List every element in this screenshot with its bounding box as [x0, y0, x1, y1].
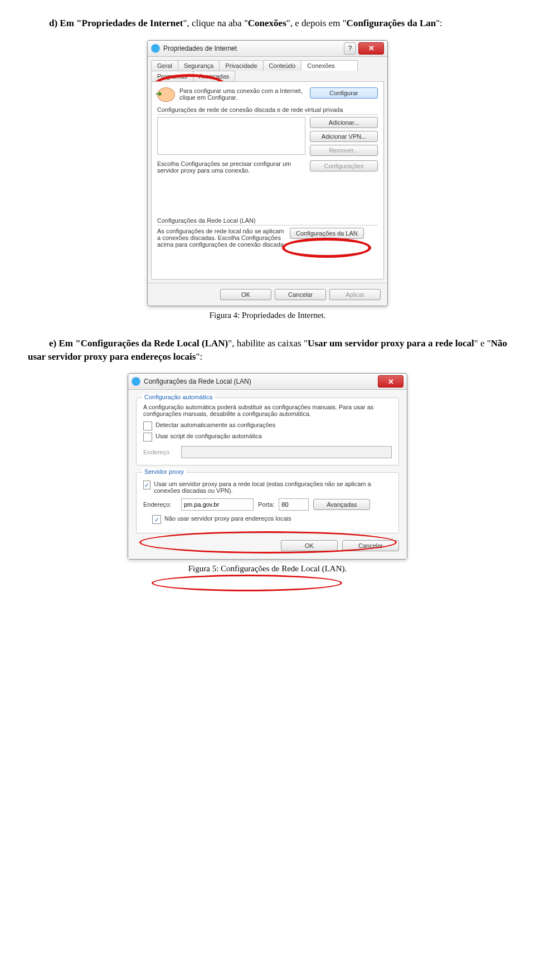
- configure-text: Para configurar uma conexão com a Intern…: [179, 87, 305, 101]
- proxy-address-input[interactable]: [181, 498, 254, 511]
- proxy-checkbox-label: Usar um servidor proxy para a rede local…: [154, 481, 392, 494]
- proxy-port-input[interactable]: [279, 498, 309, 511]
- remove-button[interactable]: Remover...: [310, 145, 378, 156]
- lan-settings-dialog: 🌐 Configurações da Rede Local (LAN) ✕ Co…: [128, 373, 407, 560]
- window-title: Configurações da Rede Local (LAN): [144, 378, 378, 385]
- globe-icon: 🌐: [132, 377, 140, 386]
- lan-note: As configurações de rede local não se ap…: [157, 228, 285, 248]
- highlight-bypass-checkbox: [152, 575, 342, 591]
- auto-config-group: Configuração automática A configuração a…: [136, 398, 399, 465]
- dialog-body: Configuração automática A configuração a…: [128, 390, 407, 559]
- proxy-port-label: Porta:: [258, 501, 274, 508]
- tab-strip: Geral Segurança Privacidade Conteúdo Con…: [148, 57, 387, 81]
- figure-5-caption: Figura 5: Configurações de Rede Local (L…: [28, 564, 507, 574]
- script-address-input: [181, 446, 392, 458]
- proxy-note: Escolha Configurações se precisar config…: [157, 160, 305, 174]
- advanced-button[interactable]: Avançadas: [313, 499, 370, 510]
- figure-4-caption: Figura 4: Propriedades de Internet.: [28, 311, 507, 320]
- settings-button[interactable]: Configurações: [310, 160, 378, 171]
- detect-checkbox-label: Detectar automaticamente as configuraçõe…: [155, 422, 275, 428]
- window-titlebar[interactable]: 🌐 Configurações da Rede Local (LAN) ✕: [128, 374, 407, 390]
- paragraph-e: e) Em "Configurações da Rede Local (LAN)…: [28, 337, 507, 364]
- proxy-group: Servidor proxy Usar um servidor proxy pa…: [136, 472, 399, 533]
- window-titlebar[interactable]: 🌐 Propriedades de Internet ? ✕: [148, 41, 387, 57]
- add-button[interactable]: Adicionar...: [310, 117, 378, 128]
- ok-button[interactable]: OK: [220, 289, 271, 300]
- lan-settings-button[interactable]: Configurações da LAN: [290, 228, 364, 239]
- bypass-checkbox-row[interactable]: Não usar servidor proxy para endereços l…: [152, 515, 392, 524]
- script-checkbox-row[interactable]: Usar script de configuração automática: [143, 433, 392, 442]
- proxy-address-label: Endereço:: [143, 501, 177, 508]
- internet-properties-dialog: 🌐 Propriedades de Internet ? ✕ Geral Seg…: [147, 40, 388, 306]
- apply-button[interactable]: Aplicar: [329, 289, 381, 300]
- bypass-checkbox-label: Não usar servidor proxy para endereços l…: [164, 515, 291, 522]
- figure-5: 🌐 Configurações da Rede Local (LAN) ✕ Co…: [28, 373, 507, 560]
- checkbox-icon[interactable]: [143, 422, 152, 430]
- close-button[interactable]: ✕: [378, 375, 403, 388]
- globe-arrow-icon: [157, 87, 175, 102]
- checkbox-icon[interactable]: [143, 433, 152, 442]
- connections-listbox[interactable]: [157, 117, 305, 155]
- proxy-legend: Servidor proxy: [142, 468, 186, 475]
- proxy-checkbox-row[interactable]: Usar um servidor proxy para a rede local…: [143, 481, 392, 494]
- tab-body: Para configurar uma conexão com a Intern…: [151, 81, 384, 280]
- checkbox-icon[interactable]: [152, 515, 161, 524]
- configure-button[interactable]: Configurar: [310, 87, 378, 99]
- tab-seguranca[interactable]: Segurança: [178, 60, 220, 71]
- ok-button[interactable]: OK: [281, 540, 338, 551]
- checkbox-icon[interactable]: [143, 481, 150, 489]
- tab-privacidade[interactable]: Privacidade: [219, 60, 263, 71]
- paragraph-d: d) Em "Propriedades de Internet", clique…: [28, 17, 507, 30]
- lan-section-label: Configurações da Rede Local (LAN): [157, 217, 378, 226]
- add-vpn-button[interactable]: Adicionar VPN...: [310, 131, 378, 142]
- auto-config-desc: A configuração automática poderá substit…: [143, 404, 392, 417]
- tab-avancadas[interactable]: Avançadas: [193, 71, 235, 81]
- tab-conteudo[interactable]: Conteúdo: [263, 60, 302, 71]
- script-checkbox-label: Usar script de configuração automática: [155, 433, 262, 439]
- globe-icon: 🌐: [151, 44, 160, 53]
- figure-4: 🌐 Propriedades de Internet ? ✕ Geral Seg…: [28, 40, 507, 306]
- cancel-button[interactable]: Cancelar: [275, 289, 326, 300]
- auto-config-legend: Configuração automática: [142, 394, 215, 400]
- help-button[interactable]: ?: [344, 42, 356, 55]
- dialog-footer: OK Cancelar Aplicar: [148, 283, 387, 306]
- tab-conexoes[interactable]: Conexões: [301, 60, 358, 71]
- dialup-section-label: Configurações de rede de conexão discada…: [157, 106, 378, 115]
- detect-checkbox-row[interactable]: Detectar automaticamente as configuraçõe…: [143, 422, 392, 430]
- address-label: Endereço: [143, 449, 177, 455]
- tab-programas[interactable]: Programas: [151, 71, 193, 81]
- window-title: Propriedades de Internet: [163, 45, 344, 52]
- tab-geral[interactable]: Geral: [151, 60, 178, 71]
- close-button[interactable]: ✕: [358, 42, 384, 55]
- cancel-button[interactable]: Cancelar: [342, 540, 399, 551]
